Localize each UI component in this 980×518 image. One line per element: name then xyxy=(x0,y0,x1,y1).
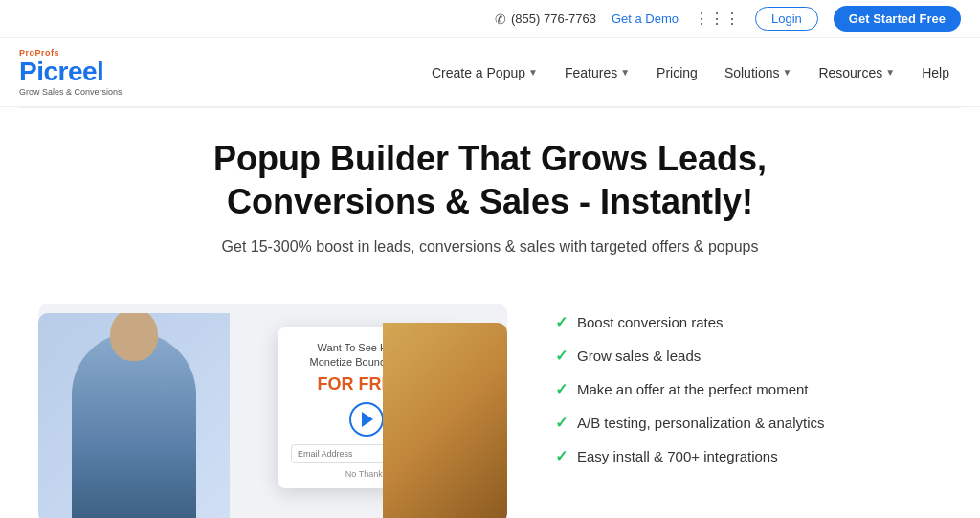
check-icon-2: ✓ xyxy=(555,347,568,365)
login-button[interactable]: Login xyxy=(755,7,818,31)
person-silhouette xyxy=(72,332,196,518)
play-icon xyxy=(362,412,373,427)
feature-label-1: Boost conversion rates xyxy=(577,314,724,330)
get-started-button[interactable]: Get Started Free xyxy=(834,6,961,32)
hero-title: Popup Builder That Grows Leads, Conversi… xyxy=(145,137,835,223)
nav-links: Create a Popup ▼ Features ▼ Pricing Solu… xyxy=(420,57,961,88)
feature-label-4: A/B testing, personalization & analytics xyxy=(577,415,824,431)
picreel-logo[interactable]: Picreel xyxy=(19,58,153,85)
person-figure xyxy=(38,313,230,518)
feature-item-2: ✓ Grow sales & leads xyxy=(555,347,942,365)
check-icon-1: ✓ xyxy=(555,313,568,331)
nav-item-pricing[interactable]: Pricing xyxy=(645,57,709,88)
phone-icon: ✆ xyxy=(495,11,506,27)
nav-item-help[interactable]: Help xyxy=(910,57,961,88)
logo-area: ProProfs Picreel Grow Sales & Conversion… xyxy=(19,48,153,97)
navbar: ProProfs Picreel Grow Sales & Conversion… xyxy=(0,38,980,107)
nav-item-create-popup[interactable]: Create a Popup ▼ xyxy=(420,57,549,88)
phone-number: ✆ (855) 776-7763 xyxy=(495,11,596,27)
chevron-down-icon: ▼ xyxy=(528,67,538,78)
hero-content: ✕ Want To See How To Monetize Bounce Tra… xyxy=(0,304,980,518)
chevron-down-icon: ▼ xyxy=(620,67,630,78)
hero-image: ✕ Want To See How To Monetize Bounce Tra… xyxy=(38,304,507,518)
top-bar: ✆ (855) 776-7763 Get a Demo ⋮⋮⋮ Login Ge… xyxy=(0,0,980,38)
feature-label-2: Grow sales & leads xyxy=(577,348,701,364)
feature-label-3: Make an offer at the perfect moment xyxy=(577,381,809,397)
feature-label-5: Easy install & 700+ integrations xyxy=(577,448,778,464)
features-list: ✓ Boost conversion rates ✓ Grow sales & … xyxy=(555,304,942,465)
chevron-down-icon: ▼ xyxy=(782,67,791,78)
woman-overlay xyxy=(383,323,507,518)
get-demo-link[interactable]: Get a Demo xyxy=(612,11,679,26)
nav-item-features[interactable]: Features ▼ xyxy=(553,57,641,88)
logo-tagline: Grow Sales & Conversions xyxy=(19,87,153,97)
popup-play-button[interactable] xyxy=(349,402,384,437)
feature-item-1: ✓ Boost conversion rates xyxy=(555,313,942,331)
hero-subtitle: Get 15-300% boost in leads, conversions … xyxy=(165,238,815,256)
hero-section: Popup Builder That Grows Leads, Conversi… xyxy=(0,108,980,304)
grid-icon[interactable]: ⋮⋮⋮ xyxy=(694,10,740,28)
feature-item-3: ✓ Make an offer at the perfect moment xyxy=(555,380,942,398)
nav-item-solutions[interactable]: Solutions ▼ xyxy=(713,57,804,88)
person-head xyxy=(110,313,158,361)
nav-item-resources[interactable]: Resources ▼ xyxy=(807,57,906,88)
feature-item-4: ✓ A/B testing, personalization & analyti… xyxy=(555,414,942,432)
chevron-down-icon: ▼ xyxy=(885,67,895,78)
check-icon-4: ✓ xyxy=(555,414,568,432)
check-icon-5: ✓ xyxy=(555,447,568,465)
check-icon-3: ✓ xyxy=(555,380,568,398)
feature-item-5: ✓ Easy install & 700+ integrations xyxy=(555,447,942,465)
